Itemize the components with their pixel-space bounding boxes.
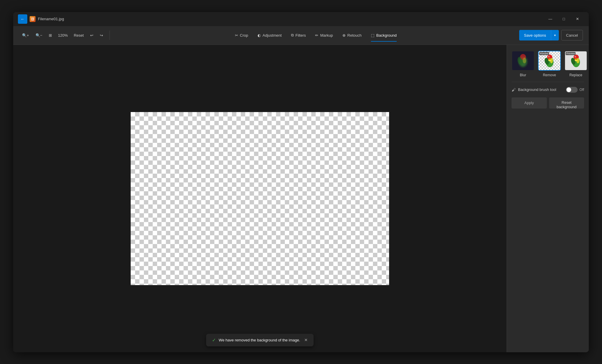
brush-icon: 🖌 (512, 87, 516, 92)
toast-success-icon: ✓ (212, 337, 216, 343)
redo-button[interactable]: ↪ (97, 30, 106, 40)
replace-thumbnail: Preview (564, 51, 587, 71)
background-label: Background (376, 33, 396, 38)
preview-label: Preview (539, 52, 549, 55)
save-options-dropdown[interactable]: ▾ (551, 30, 559, 40)
brush-tool-row: 🖌 Background brush tool Off (512, 87, 584, 93)
brush-tool-label: Background brush tool (518, 87, 564, 92)
zoom-in-button[interactable]: 🔍+ (19, 30, 32, 40)
save-options-group: Save options ▾ (519, 30, 559, 40)
zoom-level: 120% (56, 33, 70, 38)
toolbar-separator (110, 31, 110, 40)
svg-point-41 (523, 57, 526, 63)
window-controls: — □ ✕ (544, 14, 584, 24)
toolbar: 🔍+ 🔍− ⊞ 120% Reset ↩ ↪ ✂ Crop (13, 26, 589, 45)
main-content: ✓ We have removed the background of the … (13, 45, 589, 352)
toggle-knob (566, 87, 571, 92)
redo-icon: ↪ (100, 33, 103, 38)
toast-notification: ✓ We have removed the background of the … (206, 334, 314, 346)
back-button[interactable]: ← (18, 14, 27, 24)
filters-label: Filters (295, 33, 306, 38)
cancel-button[interactable]: Cancel (561, 30, 583, 40)
apply-button[interactable]: Apply (512, 97, 547, 109)
adjustment-label: Adjustment (263, 33, 282, 38)
canvas-area[interactable]: ✓ We have removed the background of the … (13, 45, 507, 352)
tab-retouch[interactable]: ⊕ Retouch (338, 29, 366, 41)
toolbar-right: Save options ▾ Cancel (519, 30, 583, 40)
toggle-state-label: Off (579, 88, 584, 92)
minimize-button[interactable]: — (544, 14, 557, 24)
toggle-container: Off (566, 87, 584, 93)
toast-close-button[interactable]: ✕ (304, 338, 308, 342)
title-bar: ← 🖼 Filename01.jpg — □ ✕ (13, 12, 589, 26)
background-options: Blur Preview (512, 51, 584, 77)
remove-thumbnail: Preview (538, 51, 561, 71)
zoom-controls: 🔍+ 🔍− ⊞ 120% Reset ↩ ↪ (19, 30, 106, 40)
tab-crop[interactable]: ✂ Crop (231, 29, 252, 41)
markup-icon: ✏ (315, 33, 318, 38)
window-title: Filename01.jpg (38, 17, 544, 21)
filters-icon: ⧉ (291, 33, 294, 38)
save-options-button[interactable]: Save options (519, 30, 551, 40)
tab-filters[interactable]: ⧉ Filters (287, 29, 310, 41)
panel-divider (512, 82, 584, 82)
crop-label: Crop (240, 33, 248, 38)
blur-thumbnail (512, 51, 534, 71)
retouch-label: Retouch (347, 33, 361, 38)
replace-preview-label: Preview (566, 52, 576, 55)
svg-point-49 (549, 56, 549, 57)
markup-label: Markup (320, 33, 333, 38)
nav-tabs: ✂ Crop ◐ Adjustment ⧉ Filters ✏ Markup ⊕… (113, 29, 518, 41)
reset-background-button[interactable]: Reset background (549, 97, 584, 109)
bg-option-blur[interactable]: Blur (512, 51, 534, 77)
action-buttons: Apply Reset background (512, 97, 584, 109)
maximize-button[interactable]: □ (557, 14, 571, 24)
undo-button[interactable]: ↩ (87, 30, 96, 40)
app-icon: 🖼 (30, 16, 36, 22)
remove-label: Remove (543, 73, 556, 77)
bg-option-remove[interactable]: Preview (538, 51, 561, 77)
close-button[interactable]: ✕ (571, 14, 584, 24)
image-container (131, 112, 389, 285)
tab-background[interactable]: ⬚ Background (367, 29, 401, 41)
bg-option-replace[interactable]: Preview (564, 51, 587, 77)
toast-message: We have removed the background of the im… (219, 338, 300, 342)
replace-label: Replace (569, 73, 582, 77)
zoom-fit-icon: ⊞ (49, 33, 52, 38)
background-icon: ⬚ (371, 33, 374, 38)
zoom-in-icon: 🔍+ (22, 33, 29, 38)
checkerboard-bg (131, 112, 389, 285)
zoom-fit-button[interactable]: ⊞ (46, 30, 55, 40)
tab-markup[interactable]: ✏ Markup (311, 29, 337, 41)
tab-adjustment[interactable]: ◐ Adjustment (253, 29, 286, 41)
zoom-out-button[interactable]: 🔍− (33, 30, 46, 40)
crop-icon: ✂ (235, 33, 238, 38)
right-panel: Blur Preview (507, 45, 589, 352)
retouch-icon: ⊕ (342, 33, 346, 38)
brush-tool-toggle[interactable] (566, 87, 578, 93)
blur-label: Blur (520, 73, 526, 77)
adjustment-icon: ◐ (258, 33, 261, 38)
svg-point-57 (575, 56, 576, 57)
zoom-out-icon: 🔍− (36, 33, 43, 38)
reset-button[interactable]: Reset (71, 30, 87, 40)
app-window: ← 🖼 Filename01.jpg — □ ✕ 🔍+ 🔍− ⊞ 120% Re… (13, 12, 589, 352)
undo-icon: ↩ (90, 33, 93, 38)
